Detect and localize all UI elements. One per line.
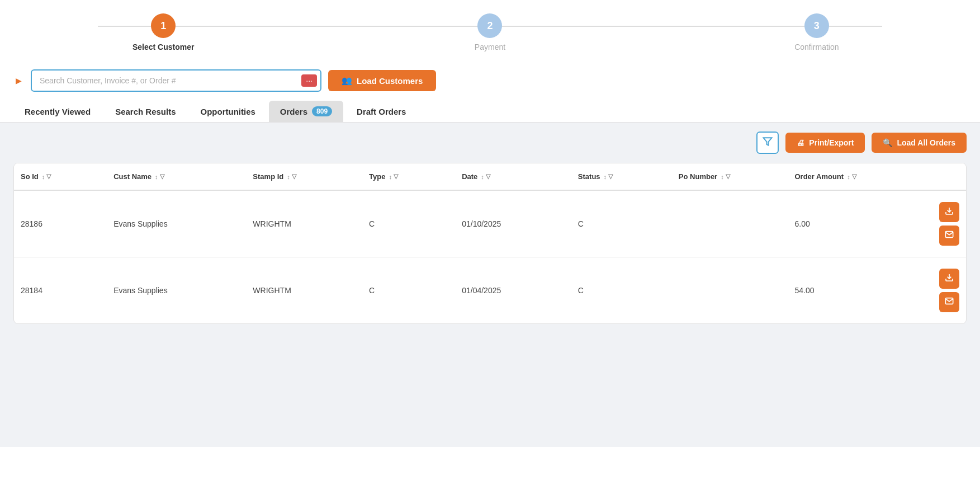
cell-status-1: C bbox=[571, 190, 672, 257]
print-export-button[interactable]: 🖨 Print/Export bbox=[785, 133, 865, 153]
sort-status-icon[interactable]: ↕ bbox=[604, 173, 607, 180]
filter-date-icon[interactable]: ▽ bbox=[486, 173, 490, 180]
filter-so-id-icon[interactable]: ▽ bbox=[46, 173, 51, 180]
step-3-label: Confirmation bbox=[794, 43, 839, 51]
filter-icon bbox=[763, 137, 773, 149]
page-container: 1 Select Customer 2 Payment 3 Confirmati… bbox=[0, 0, 980, 479]
cell-po-number-1 bbox=[672, 190, 788, 257]
step-1-number: 1 bbox=[160, 20, 166, 32]
cell-status-2: C bbox=[571, 257, 672, 324]
col-header-stamp-id: Stamp Id ↕ ▽ bbox=[246, 163, 362, 190]
cell-date-2: 01/04/2025 bbox=[455, 257, 571, 324]
table-container: So Id ↕ ▽ Cust Name ↕ bbox=[13, 163, 967, 324]
col-header-date: Date ↕ ▽ bbox=[455, 163, 571, 190]
filter-button[interactable] bbox=[756, 132, 779, 154]
cell-so-id-1: 28186 bbox=[14, 190, 107, 257]
tab-search-results[interactable]: Search Results bbox=[104, 101, 187, 122]
search-dots-button[interactable]: ··· bbox=[301, 74, 317, 87]
sort-po-number-icon[interactable]: ↕ bbox=[721, 173, 724, 180]
sort-type-icon[interactable]: ↕ bbox=[389, 173, 392, 180]
step-1-label: Select Customer bbox=[132, 43, 194, 51]
step-3-circle: 3 bbox=[804, 13, 829, 38]
cell-actions-1 bbox=[904, 190, 966, 257]
sort-cust-name-icon[interactable]: ↕ bbox=[155, 173, 158, 180]
sort-order-amount-icon[interactable]: ↕ bbox=[847, 173, 850, 180]
step-1-circle: 1 bbox=[151, 13, 176, 38]
col-header-so-id: So Id ↕ ▽ bbox=[14, 163, 107, 190]
cell-order-amount-1: 6.00 bbox=[788, 190, 905, 257]
table-row: 28184 Evans Supplies WRIGHTM C 01/04/202… bbox=[14, 257, 966, 324]
cell-po-number-2 bbox=[672, 257, 788, 324]
cell-order-amount-2: 54.00 bbox=[788, 257, 905, 324]
step-3: 3 Confirmation bbox=[654, 13, 980, 51]
step-2: 2 Payment bbox=[326, 13, 653, 51]
cell-date-1: 01/10/2025 bbox=[455, 190, 571, 257]
col-header-actions bbox=[904, 163, 966, 190]
row-1-actions bbox=[911, 202, 959, 246]
tab-draft-orders[interactable]: Draft Orders bbox=[345, 101, 417, 122]
load-all-icon: 🔍 bbox=[883, 138, 892, 147]
step-2-label: Payment bbox=[475, 43, 505, 51]
download-icon bbox=[945, 206, 954, 218]
sort-stamp-id-icon[interactable]: ↕ bbox=[287, 173, 290, 180]
cell-type-2: C bbox=[362, 257, 455, 324]
cell-cust-name-1: Evans Supplies bbox=[107, 190, 246, 257]
sort-date-icon[interactable]: ↕ bbox=[481, 173, 484, 180]
action-bar: 🖨 Print/Export 🔍 Load All Orders bbox=[13, 132, 967, 154]
main-content: 🖨 Print/Export 🔍 Load All Orders So Id bbox=[0, 123, 980, 447]
load-customers-button[interactable]: 👥 Load Customers bbox=[328, 70, 436, 91]
col-header-cust-name: Cust Name ↕ ▽ bbox=[107, 163, 246, 190]
row-2-actions bbox=[911, 269, 959, 312]
cell-type-1: C bbox=[362, 190, 455, 257]
cell-stamp-id-1: WRIGHTM bbox=[246, 190, 362, 257]
tab-recently-viewed[interactable]: Recently Viewed bbox=[13, 101, 102, 122]
cell-stamp-id-2: WRIGHTM bbox=[246, 257, 362, 324]
load-customers-icon: 👥 bbox=[342, 76, 352, 86]
sort-so-id-icon[interactable]: ↕ bbox=[42, 173, 45, 180]
search-input-wrapper: ··· bbox=[31, 69, 321, 92]
svg-marker-0 bbox=[764, 138, 772, 145]
tab-opportunities[interactable]: Opportunities bbox=[190, 101, 267, 122]
step-2-circle: 2 bbox=[477, 13, 502, 38]
col-header-po-number: Po Number ↕ ▽ bbox=[672, 163, 788, 190]
col-header-order-amount: Order Amount ↕ ▽ bbox=[788, 163, 905, 190]
filter-order-amount-icon[interactable]: ▽ bbox=[852, 173, 856, 180]
email-icon bbox=[945, 297, 954, 308]
cell-cust-name-2: Evans Supplies bbox=[107, 257, 246, 324]
step-2-number: 2 bbox=[487, 20, 493, 32]
cell-actions-2 bbox=[904, 257, 966, 324]
email-icon bbox=[945, 230, 954, 241]
table-row: 28186 Evans Supplies WRIGHTM C 01/10/202… bbox=[14, 190, 966, 257]
orders-table: So Id ↕ ▽ Cust Name ↕ bbox=[14, 163, 966, 323]
download-icon bbox=[945, 273, 954, 284]
row-1-email-button[interactable] bbox=[939, 226, 959, 246]
print-icon: 🖨 bbox=[797, 138, 804, 147]
filter-status-icon[interactable]: ▽ bbox=[608, 173, 613, 180]
load-all-orders-button[interactable]: 🔍 Load All Orders bbox=[872, 133, 967, 153]
search-input[interactable] bbox=[31, 69, 321, 92]
filter-stamp-id-icon[interactable]: ▽ bbox=[292, 173, 296, 180]
col-header-type: Type ↕ ▽ bbox=[362, 163, 455, 190]
filter-type-icon[interactable]: ▽ bbox=[394, 173, 398, 180]
collapse-arrow[interactable]: ▶ bbox=[13, 74, 24, 87]
filter-po-number-icon[interactable]: ▽ bbox=[726, 173, 730, 180]
tabs-area: Recently Viewed Search Results Opportuni… bbox=[0, 101, 980, 123]
stepper: 1 Select Customer 2 Payment 3 Confirmati… bbox=[0, 0, 980, 60]
col-header-status: Status ↕ ▽ bbox=[571, 163, 672, 190]
tab-orders[interactable]: Orders 809 bbox=[269, 101, 343, 122]
cell-so-id-2: 28184 bbox=[14, 257, 107, 324]
table-header-row: So Id ↕ ▽ Cust Name ↕ bbox=[14, 163, 966, 190]
row-1-download-button[interactable] bbox=[939, 202, 959, 222]
step-1: 1 Select Customer bbox=[0, 13, 326, 51]
step-3-number: 3 bbox=[814, 20, 820, 32]
row-2-email-button[interactable] bbox=[939, 292, 959, 312]
filter-cust-name-icon[interactable]: ▽ bbox=[160, 173, 164, 180]
row-2-download-button[interactable] bbox=[939, 269, 959, 289]
orders-badge: 809 bbox=[312, 106, 332, 116]
search-area: ▶ ··· 👥 Load Customers bbox=[0, 60, 980, 101]
